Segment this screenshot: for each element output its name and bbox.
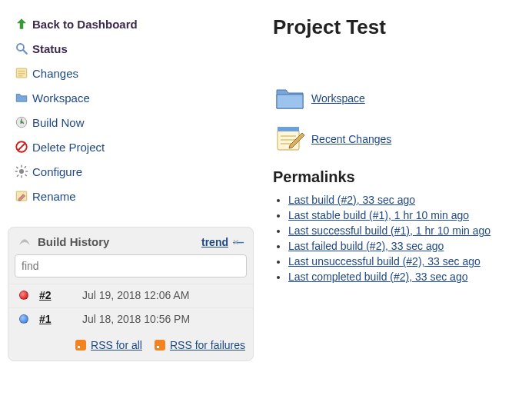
permalink-item: Last unsuccessful build (#2), 33 sec ago [288,255,520,267]
find-input[interactable] [15,254,247,277]
folder-icon [11,91,32,105]
svg-rect-17 [17,174,19,177]
svg-rect-10 [21,165,22,168]
rss-failures-link[interactable]: RSS for failures [155,339,245,351]
svg-line-8 [18,144,25,151]
nav-label: Back to Dashboard [32,18,138,31]
rss-all-label: RSS for all [91,339,142,351]
rss-icon [155,340,165,351]
permalink-link[interactable]: Last unsuccessful build (#2), 33 sec ago [288,255,480,267]
svg-rect-11 [21,175,22,178]
trend-link[interactable]: trend [201,236,228,248]
page-title: Project Test [273,15,520,39]
notepad-pencil-icon [273,125,307,153]
svg-point-9 [19,169,24,174]
permalink-link[interactable]: Last successful build (#1), 1 hr 10 min … [288,224,490,237]
build-history-panel: Build History trend — × #2 Jul 19, 2018 … [8,227,254,361]
clock-play-icon [11,115,32,129]
nav-back-to-dashboard[interactable]: Back to Dashboard [8,12,254,36]
rename-icon [11,189,32,203]
nav-rename[interactable]: Rename [8,184,254,208]
permalink-link[interactable]: Last stable build (#1), 1 hr 10 min ago [288,209,469,221]
permalinks-list: Last build (#2), 33 sec ago Last stable … [288,194,520,283]
nav-label: Changes [32,67,78,80]
permalink-link[interactable]: Last completed build (#2), 33 sec ago [288,271,467,283]
svg-line-1 [23,50,27,54]
nav-label: Build Now [32,116,85,129]
workspace-link-row: Workspace [273,85,520,111]
nav-workspace[interactable]: Workspace [8,85,254,110]
nav-label: Rename [32,190,76,203]
permalink-item: Last build (#2), 33 sec ago [288,194,520,206]
gear-icon [11,164,32,178]
recent-changes-link[interactable]: Recent Changes [311,133,391,145]
folder-large-icon [273,85,307,111]
svg-rect-20 [278,127,299,131]
history-icon [18,237,32,248]
permalink-item: Last stable build (#1), 1 hr 10 min ago [288,209,520,221]
build-row[interactable]: #2 Jul 19, 2018 12:06 AM [8,284,253,307]
svg-rect-16 [24,166,26,168]
nav-configure[interactable]: Configure [8,159,254,184]
permalink-item: Last completed build (#2), 33 sec ago [288,271,520,283]
build-history-title: Build History [38,235,109,248]
svg-rect-15 [25,174,27,176]
nav-delete-project[interactable]: Delete Project [8,135,254,159]
up-arrow-icon [11,17,32,31]
build-row[interactable]: #1 Jul 18, 2018 10:56 PM [8,307,253,331]
search-icon [11,42,32,55]
svg-rect-13 [25,171,28,172]
nav-label: Delete Project [32,141,105,154]
recent-changes-link-row: Recent Changes [273,125,520,153]
main-content: Project Test Workspace Recent Changes Pe… [261,0,532,369]
permalink-link[interactable]: Last failed build (#2), 33 sec ago [288,240,444,252]
workspace-link[interactable]: Workspace [311,92,365,105]
svg-rect-2 [16,68,27,78]
build-number-link[interactable]: #1 [39,313,82,325]
permalink-item: Last failed build (#2), 33 sec ago [288,240,520,252]
nav-status[interactable]: Status [8,36,254,61]
clear-search-icon[interactable]: × [233,236,239,248]
rss-all-link[interactable]: RSS for all [75,339,142,351]
status-ball-success [19,314,28,324]
nav-changes[interactable]: Changes [8,61,254,85]
nav-build-now[interactable]: Build Now [8,110,254,135]
rss-icon [75,340,86,351]
sidebar: Back to Dashboard Status Changes Workspa… [0,0,261,369]
nav-label: Workspace [32,91,90,105]
permalink-item: Last successful build (#1), 1 hr 10 min … [288,224,520,237]
build-timestamp: Jul 19, 2018 12:06 AM [82,289,189,301]
nav-label: Configure [32,165,82,178]
rss-failures-label: RSS for failures [170,339,245,351]
permalinks-title: Permalinks [273,168,520,186]
svg-rect-12 [15,171,18,172]
status-ball-failed [19,291,28,300]
permalink-link[interactable]: Last build (#2), 33 sec ago [288,194,415,206]
nav-label: Status [32,42,68,55]
notes-icon [11,66,32,80]
no-entry-icon [11,140,32,154]
svg-rect-14 [16,167,18,169]
build-number-link[interactable]: #2 [39,289,82,301]
build-timestamp: Jul 18, 2018 10:56 PM [82,313,190,325]
